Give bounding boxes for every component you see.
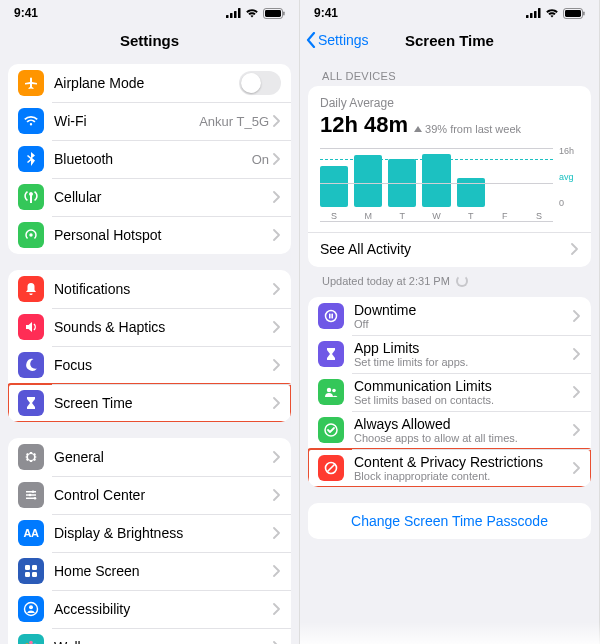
chevron-right-icon bbox=[273, 359, 281, 371]
chevron-right-icon bbox=[573, 424, 581, 436]
settings-row-sounds[interactable]: Sounds & Haptics bbox=[8, 308, 291, 346]
settings-group: Airplane ModeWi-FiAnkur T_5GBluetoothOnC… bbox=[8, 64, 291, 254]
svg-rect-31 bbox=[329, 314, 331, 319]
hourglass-icon bbox=[18, 390, 44, 416]
settings-row-wallpaper[interactable]: Wallpaper bbox=[8, 628, 291, 644]
bar-label: M bbox=[364, 211, 372, 221]
chevron-right-icon bbox=[273, 451, 281, 463]
navbar: Settings Screen Time bbox=[300, 22, 599, 58]
svg-rect-3 bbox=[238, 8, 241, 18]
svg-rect-11 bbox=[25, 565, 30, 570]
chevron-right-icon bbox=[273, 397, 281, 409]
svg-point-8 bbox=[32, 490, 35, 493]
svg-rect-0 bbox=[226, 15, 229, 18]
status-icons bbox=[526, 8, 585, 19]
settings-row-bluetooth[interactable]: BluetoothOn bbox=[8, 140, 291, 178]
bar bbox=[354, 155, 382, 207]
y-top: 16h bbox=[559, 146, 574, 156]
svg-rect-5 bbox=[265, 10, 281, 17]
svg-point-9 bbox=[29, 494, 32, 497]
svg-rect-13 bbox=[25, 572, 30, 577]
settings-row-display[interactable]: AADisplay & Brightness bbox=[8, 514, 291, 552]
page-title: Settings bbox=[120, 32, 179, 49]
option-row-content[interactable]: Content & Privacy RestrictionsBlock inap… bbox=[308, 449, 591, 487]
hourglass-icon bbox=[318, 341, 344, 367]
daily-average-label: Daily Average bbox=[320, 96, 579, 110]
usage-chart: SMTWTFS 16h avg 0 bbox=[320, 144, 579, 222]
settings-row-accessibility[interactable]: Accessibility bbox=[8, 590, 291, 628]
see-all-activity[interactable]: See All Activity bbox=[308, 232, 591, 261]
flower-icon bbox=[18, 634, 44, 644]
bar-label: S bbox=[331, 211, 337, 221]
svg-rect-26 bbox=[538, 8, 541, 18]
screen-time-content[interactable]: ALL DEVICES Daily Average 12h 48m 39% fr… bbox=[300, 58, 599, 644]
settings-row-general[interactable]: General bbox=[8, 438, 291, 476]
svg-rect-32 bbox=[331, 314, 333, 319]
chevron-right-icon bbox=[273, 115, 281, 127]
check-icon bbox=[318, 417, 344, 443]
chevron-right-icon bbox=[273, 489, 281, 501]
settings-row-notifications[interactable]: Notifications bbox=[8, 270, 291, 308]
chevron-right-icon bbox=[573, 462, 581, 474]
page-title: Screen Time bbox=[405, 32, 494, 49]
delta-badge: 39% from last week bbox=[414, 123, 521, 135]
settings-screen: 9:41 Settings Airplane ModeWi-FiAnkur T_… bbox=[0, 0, 300, 644]
change-passcode-link[interactable]: Change Screen Time Passcode bbox=[320, 513, 579, 529]
svg-rect-12 bbox=[32, 565, 37, 570]
bar-W-3: W bbox=[422, 148, 450, 207]
svg-rect-6 bbox=[283, 11, 284, 15]
option-row-applimits[interactable]: App LimitsSet time limits for apps. bbox=[308, 335, 591, 373]
chevron-left-icon bbox=[306, 32, 316, 48]
chevron-right-icon bbox=[273, 283, 281, 295]
svg-point-7 bbox=[29, 233, 32, 236]
bar-S-0: S bbox=[320, 148, 348, 207]
updated-text: Updated today at 2:31 PM bbox=[308, 275, 591, 297]
section-header: ALL DEVICES bbox=[308, 64, 591, 86]
bar-label: W bbox=[432, 211, 441, 221]
settings-list[interactable]: Airplane ModeWi-FiAnkur T_5GBluetoothOnC… bbox=[0, 58, 299, 644]
battery-icon bbox=[563, 8, 585, 19]
bar-label: F bbox=[502, 211, 508, 221]
settings-row-homescreen[interactable]: Home Screen bbox=[8, 552, 291, 590]
row-value: On bbox=[252, 152, 269, 167]
AA-icon: AA bbox=[18, 520, 44, 546]
change-passcode-card: Change Screen Time Passcode bbox=[308, 503, 591, 539]
gear-icon bbox=[18, 444, 44, 470]
svg-rect-14 bbox=[32, 572, 37, 577]
back-button[interactable]: Settings bbox=[306, 32, 369, 48]
bar bbox=[491, 206, 519, 207]
chevron-right-icon bbox=[571, 243, 579, 255]
option-row-downtime[interactable]: DowntimeOff bbox=[308, 297, 591, 335]
option-row-always[interactable]: Always AllowedChoose apps to allow at al… bbox=[308, 411, 591, 449]
people-icon bbox=[318, 379, 344, 405]
bar-T-4: T bbox=[457, 148, 485, 207]
status-bar: 9:41 bbox=[300, 0, 599, 22]
sliders-icon bbox=[18, 482, 44, 508]
hotspot-icon bbox=[18, 222, 44, 248]
settings-row-wifi[interactable]: Wi-FiAnkur T_5G bbox=[8, 102, 291, 140]
svg-rect-28 bbox=[565, 10, 581, 17]
status-time: 9:41 bbox=[14, 6, 38, 20]
bar bbox=[320, 166, 348, 207]
option-row-commlimits[interactable]: Communication LimitsSet limits based on … bbox=[308, 373, 591, 411]
bar-S-6: S bbox=[525, 148, 553, 207]
chevron-right-icon bbox=[573, 348, 581, 360]
toggle[interactable] bbox=[239, 71, 281, 95]
chevron-right-icon bbox=[273, 527, 281, 539]
settings-row-hotspot[interactable]: Personal Hotspot bbox=[8, 216, 291, 254]
moon-icon bbox=[18, 352, 44, 378]
settings-row-airplane[interactable]: Airplane Mode bbox=[8, 64, 291, 102]
bar bbox=[388, 159, 416, 207]
settings-row-cellular[interactable]: Cellular bbox=[8, 178, 291, 216]
y-avg: avg bbox=[559, 172, 574, 182]
settings-row-screentime[interactable]: Screen Time bbox=[8, 384, 291, 422]
wifi-icon bbox=[18, 108, 44, 134]
bar bbox=[525, 206, 553, 207]
chevron-right-icon bbox=[273, 321, 281, 333]
battery-icon bbox=[263, 8, 285, 19]
settings-row-focus[interactable]: Focus bbox=[8, 346, 291, 384]
airplane-icon bbox=[18, 70, 44, 96]
speaker-icon bbox=[18, 314, 44, 340]
settings-row-controlcenter[interactable]: Control Center bbox=[8, 476, 291, 514]
back-label: Settings bbox=[318, 32, 369, 48]
